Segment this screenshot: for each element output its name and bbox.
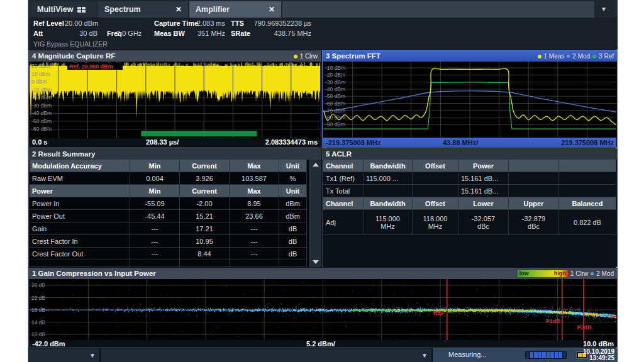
tab-bar: MultiView Spectrum ✕ Amplifier ✕ ▼ xyxy=(28,0,618,18)
svg-text:-40 dBm: -40 dBm xyxy=(31,110,52,116)
table-header-cell: Modulation Accuracy xyxy=(30,160,130,172)
panel-magnitude-capture: 4 Magnitude Capture RF 1 Clrw Ref. 20.00… xyxy=(28,50,321,148)
panel-spectrum-fft: 3 Spectrum FFT 1 Meas 2 Mod 3 Ref -10 dB… xyxy=(322,50,618,148)
ref-trace-dot-icon xyxy=(592,55,596,58)
x-tick-scale: 208.33 µs/ xyxy=(146,138,179,146)
mod-trace-dot-icon xyxy=(567,55,570,58)
capture-time-value: 2.083 ms xyxy=(196,19,225,27)
table-cell: Power In xyxy=(30,197,130,210)
status-section-left[interactable]: ▼ xyxy=(28,348,100,362)
meas-bw-label: Meas BW xyxy=(154,30,185,37)
table-cell: 23.66 xyxy=(230,210,279,222)
meas-trace-dot-icon xyxy=(538,55,541,58)
table-header-cell: Bandwidth xyxy=(364,160,413,172)
table-cell: -45.44 xyxy=(130,210,180,222)
ref-level-value: 20.00 dBm xyxy=(65,19,97,27)
gain-legend-mod: 2 Mod xyxy=(596,268,614,279)
x-tick-scale: 5.2 dBm/ xyxy=(306,340,335,348)
screenshot-canvas: MultiView Spectrum ✕ Amplifier ✕ ▼ Ref L… xyxy=(0,0,644,362)
table-cell: 15.21 xyxy=(180,210,230,222)
table-cell: Power Out xyxy=(30,210,130,222)
table-header-cell: Power xyxy=(30,185,130,197)
svg-text:-60 dBm: -60 dBm xyxy=(325,101,345,107)
tab-amplifier[interactable]: Amplifier ✕ xyxy=(189,1,281,18)
scroll-up-icon[interactable] xyxy=(313,163,319,167)
tab-spectrum[interactable]: Spectrum ✕ xyxy=(98,1,188,18)
table-header-cell: Lower xyxy=(458,197,509,210)
svg-text:-20 dBm: -20 dBm xyxy=(31,94,52,101)
close-icon[interactable]: ✕ xyxy=(269,5,275,14)
result-summary-scrollbar[interactable] xyxy=(309,160,321,267)
svg-text:P1dB: P1dB xyxy=(546,318,561,324)
table-cell-clipped xyxy=(230,260,279,267)
table-header-cell xyxy=(509,160,559,172)
measuring-status: Measuring... xyxy=(448,351,487,358)
time-label: 13:49:25 xyxy=(589,354,614,361)
panel-aclr: 5 ACLR ChannelBandwidthOffsetPowerTx1 (R… xyxy=(322,148,618,267)
heat-gradient-legend: low high xyxy=(518,270,568,277)
svg-text:Ref. 20.000 dBm: Ref. 20.000 dBm xyxy=(69,63,113,70)
table-cell: 15.161 dB... xyxy=(458,172,509,185)
svg-text:P2dB: P2dB xyxy=(577,324,592,331)
fft-plot-area[interactable]: -10 dBm-20 dBm-30 dBm-40 dBm-50 dBm-60 d… xyxy=(323,62,616,138)
table-cell: dB xyxy=(279,235,307,248)
chevron-down-icon[interactable]: ▼ xyxy=(421,352,428,359)
freq-value: 2.0 GHz xyxy=(116,30,140,37)
panel-gain-title-bar[interactable]: 1 Gain Compression vs Input Power low hi… xyxy=(29,268,617,279)
svg-text:-70 dBm: -70 dBm xyxy=(325,107,345,114)
panel-aclr-title-bar[interactable]: 5 ACLR xyxy=(323,149,617,160)
table-header-cell: Upper xyxy=(509,197,559,210)
gain-legend: low high 1 Clrw 2 Mod xyxy=(518,268,614,279)
panel-fft-title: 3 Spectrum FFT xyxy=(326,52,380,60)
close-icon[interactable]: ✕ xyxy=(175,5,182,14)
tab-multiview[interactable]: MultiView xyxy=(31,1,97,18)
table-cell: -32.879 dBc xyxy=(509,210,559,235)
table-cell: --- xyxy=(230,235,279,248)
status-section-middle[interactable]: ▼ xyxy=(101,348,432,362)
table-header-cell: Min xyxy=(130,185,180,197)
tab-multiview-label: MultiView xyxy=(37,5,73,14)
x-tick-end: 219.375008 MHz xyxy=(561,138,614,148)
table-header-cell xyxy=(559,160,616,172)
table-cell xyxy=(413,172,458,185)
panel-magnitude-title-bar[interactable]: 4 Magnitude Capture RF 1 Clrw xyxy=(29,51,321,62)
svg-text:10 dBm: 10 dBm xyxy=(31,71,50,77)
svg-text:-10 dBm: -10 dBm xyxy=(31,87,52,93)
panel-fft-title-bar[interactable]: 3 Spectrum FFT 1 Meas 2 Mod 3 Ref xyxy=(323,51,617,62)
tts-value: 790.969352238 µs xyxy=(245,19,311,27)
magnitude-plot-area[interactable]: Ref. 20.000 dBm20 dBm10 dBm0 dBm-10 dBm-… xyxy=(30,62,320,138)
fft-legend-meas: 1 Meas xyxy=(544,51,565,62)
measurement-header: Ref Level 20.00 dBm Capture Time 2.083 m… xyxy=(28,18,618,50)
result-summary-table: Modulation AccuracyMinCurrentMaxUnitRaw … xyxy=(30,160,309,267)
table-cell: Crest Factor In xyxy=(30,235,130,248)
fft-legend-ref: 3 Ref xyxy=(599,51,614,62)
att-label: Att xyxy=(33,30,43,37)
panel-magnitude-title: 4 Magnitude Capture RF xyxy=(32,52,115,60)
gain-plot-area[interactable]: REFP1dBP2dB26 dB22 dB18 dB14 dB10 dB xyxy=(30,279,616,340)
table-cell: -55.09 xyxy=(130,197,180,210)
magnitude-legend-label: 1 Clrw xyxy=(300,51,318,62)
mod-trace-dot-icon xyxy=(591,272,594,275)
table-header-cell: Bandwidth xyxy=(364,197,413,210)
svg-text:-80 dBm: -80 dBm xyxy=(325,114,345,121)
scroll-down-icon[interactable] xyxy=(313,260,319,264)
panel-aclr-title: 5 ACLR xyxy=(326,150,352,158)
table-cell: 115.000 ... xyxy=(364,172,413,185)
table-cell: Adj xyxy=(323,210,364,235)
svg-text:-90 dBm: -90 dBm xyxy=(325,121,345,128)
table-cell: --- xyxy=(130,248,180,260)
table-cell xyxy=(509,172,559,185)
table-cell: dB xyxy=(279,222,307,235)
panel-result-summary-title-bar[interactable]: 2 Result Summary xyxy=(29,149,321,160)
table-cell: 115.000 MHz xyxy=(364,210,413,235)
table-cell: 118.000 MHz xyxy=(413,210,458,235)
table-header-cell: Balanced xyxy=(559,197,616,210)
svg-text:22 dB: 22 dB xyxy=(31,295,46,301)
table-cell xyxy=(364,185,413,197)
table-cell: dBm xyxy=(279,197,307,210)
tab-overflow-chevron-down-icon[interactable]: ▼ xyxy=(601,6,607,13)
chevron-down-icon[interactable]: ▼ xyxy=(89,352,96,359)
svg-text:14 dB: 14 dB xyxy=(31,319,46,326)
table-cell-clipped xyxy=(30,260,130,267)
datetime: 10.10.2019 13:49:25 xyxy=(583,349,614,361)
